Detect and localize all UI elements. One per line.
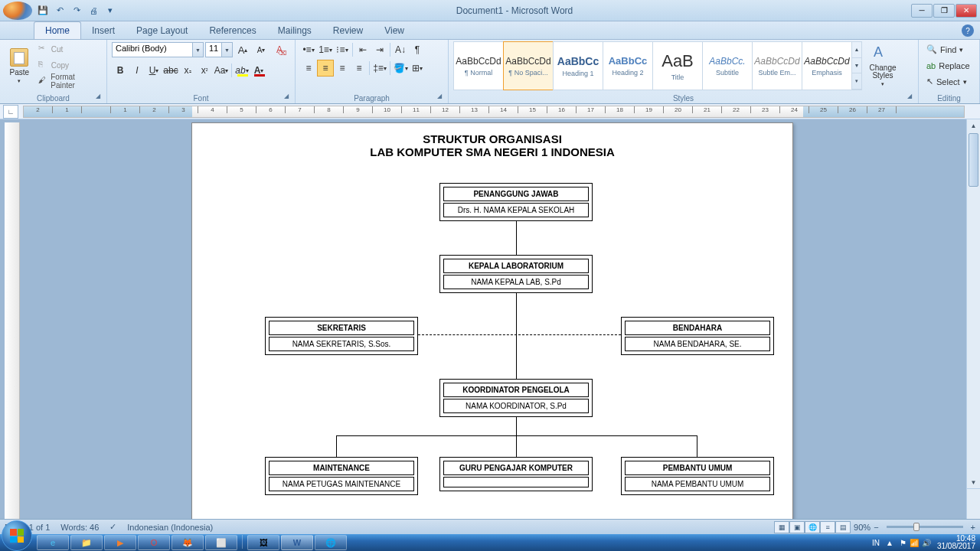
tab-review[interactable]: Review: [322, 22, 374, 39]
copy-button[interactable]: ⎘Copy: [36, 57, 102, 73]
font-launcher[interactable]: ◢: [284, 93, 293, 102]
horizontal-ruler[interactable]: 2112345678910111213141516171819202122232…: [23, 106, 965, 118]
maximize-button[interactable]: ❐: [933, 4, 955, 18]
line-spacing-button[interactable]: ‡≡▾: [371, 60, 388, 77]
taskbar-app1[interactable]: ⬜: [205, 535, 237, 550]
justify-button[interactable]: ≡: [351, 60, 368, 77]
underline-button[interactable]: U▾: [145, 62, 162, 79]
show-marks-button[interactable]: ¶: [409, 41, 426, 58]
help-button[interactable]: ?: [962, 24, 974, 37]
sort-button[interactable]: A↓: [392, 41, 409, 58]
clear-format-button[interactable]: A⌫: [271, 41, 288, 58]
taskbar-opera[interactable]: O: [138, 535, 170, 550]
tray-show-hidden[interactable]: ▲: [886, 539, 893, 547]
document-page[interactable]: STRUKTUR ORGANISASI LAB KOMPUTER SMA NEG…: [191, 122, 793, 551]
taskbar-media[interactable]: ▶: [104, 535, 136, 550]
taskbar-firefox[interactable]: 🦊: [172, 535, 204, 550]
align-left-button[interactable]: ≡: [300, 60, 317, 77]
change-styles-button[interactable]: A Change Styles ▾: [864, 41, 902, 90]
tray-clock[interactable]: 10:48 31/08/2017: [937, 535, 975, 550]
tab-view[interactable]: View: [374, 22, 415, 39]
org-node-guru[interactable]: GURU PENGAJAR KOMPUTER: [439, 457, 593, 491]
style-heading-1[interactable]: AaBbCcHeading 1: [553, 41, 603, 90]
office-button[interactable]: [3, 2, 32, 20]
org-node-sekretaris[interactable]: SEKRETARIS NAMA SEKRETARIS, S.Sos.: [265, 317, 418, 355]
tray-network-icon[interactable]: 📶: [910, 539, 919, 547]
zoom-level[interactable]: 90%: [854, 523, 871, 532]
view-print-layout[interactable]: ▦: [774, 521, 789, 533]
tab-home[interactable]: Home: [34, 21, 81, 39]
undo-button[interactable]: ↶: [52, 3, 67, 18]
subscript-button[interactable]: x₂: [179, 62, 196, 79]
org-node-bendahara[interactable]: BENDAHARA NAMA BENDAHARA, SE.: [621, 317, 774, 355]
style-subtitle[interactable]: AaBbCc.Subtitle: [702, 41, 753, 90]
view-web[interactable]: 🌐: [805, 521, 820, 533]
multilevel-button[interactable]: ⁝≡▾: [334, 41, 351, 58]
grow-font-button[interactable]: A▴: [234, 41, 251, 58]
taskbar-word[interactable]: W: [281, 535, 313, 550]
numbering-button[interactable]: 1≡▾: [317, 41, 334, 58]
status-words[interactable]: Words: 46: [60, 523, 99, 532]
strike-button[interactable]: abc: [162, 62, 179, 79]
org-node-pembantu[interactable]: PEMBANTU UMUM NAMA PEMBANTU UMUM: [621, 457, 774, 495]
org-node-koordinator[interactable]: KOORDINATOR PENGELOLA NAMA KOORDINATOR, …: [439, 379, 593, 417]
org-node-maintenance[interactable]: MAINTENANCE NAMA PETUGAS MAINTENANCE: [265, 457, 418, 495]
font-size-combo[interactable]: 11▼: [205, 42, 233, 57]
scroll-down-button[interactable]: ▼: [967, 476, 980, 488]
qat-customize[interactable]: ▾: [103, 3, 118, 18]
view-draft[interactable]: ▤: [835, 521, 851, 533]
superscript-button[interactable]: x²: [196, 62, 213, 79]
style-no-spacing[interactable]: AaBbCcDd¶ No Spaci...: [503, 41, 554, 90]
tray-lang[interactable]: IN: [872, 539, 880, 547]
scroll-up-button[interactable]: ▲: [967, 119, 980, 132]
clipboard-launcher[interactable]: ◢: [96, 93, 105, 102]
start-button[interactable]: [2, 520, 32, 551]
view-outline[interactable]: ≡: [820, 521, 835, 533]
tab-selector[interactable]: ∟: [3, 105, 18, 119]
taskbar-ie[interactable]: e: [37, 535, 69, 550]
browse-object-buttons[interactable]: [967, 488, 980, 519]
style-emphasis[interactable]: AaBbCcDdEmphasis: [802, 41, 852, 90]
taskbar-chrome[interactable]: 🌐: [315, 535, 347, 550]
font-family-combo[interactable]: Calibri (Body)▼: [112, 42, 204, 57]
styles-launcher[interactable]: ◢: [907, 93, 916, 102]
paragraph-launcher[interactable]: ◢: [437, 93, 446, 102]
tray-flag-icon[interactable]: ⚑: [900, 539, 906, 547]
italic-button[interactable]: I: [129, 62, 145, 79]
minimize-button[interactable]: ─: [911, 4, 933, 18]
bold-button[interactable]: B: [112, 62, 129, 79]
tab-page-layout[interactable]: Page Layout: [126, 22, 198, 39]
zoom-slider[interactable]: [887, 526, 963, 528]
style-heading-2[interactable]: AaBbCcHeading 2: [603, 41, 653, 90]
shading-button[interactable]: 🪣▾: [392, 60, 409, 77]
close-button[interactable]: ✕: [956, 4, 977, 18]
quick-print-button[interactable]: 🖨: [86, 3, 101, 18]
borders-button[interactable]: ⊞▾: [409, 60, 426, 77]
org-node-penanggung[interactable]: PENANGGUNG JAWAB Drs. H. NAMA KEPALA SEK…: [439, 183, 593, 221]
replace-button[interactable]: abReplace: [923, 57, 975, 73]
increase-indent-button[interactable]: ⇥: [371, 41, 388, 58]
vertical-ruler[interactable]: [5, 122, 20, 519]
style-title[interactable]: AaBTitle: [652, 41, 703, 90]
scroll-thumb[interactable]: [969, 133, 978, 187]
select-button[interactable]: ↖Select▾: [923, 73, 975, 90]
decrease-indent-button[interactable]: ⇤: [354, 41, 371, 58]
shrink-font-button[interactable]: A▾: [253, 41, 270, 58]
align-center-button[interactable]: ≡: [317, 60, 334, 77]
gallery-scroll[interactable]: ▲▼▾: [851, 41, 862, 90]
tab-insert[interactable]: Insert: [81, 22, 126, 39]
find-button[interactable]: 🔍Find▾: [923, 41, 975, 57]
view-full-screen[interactable]: ▣: [789, 521, 805, 533]
zoom-out-button[interactable]: −: [874, 523, 878, 532]
vertical-scrollbar[interactable]: ▲ ▼: [966, 119, 980, 519]
tab-references[interactable]: References: [198, 22, 266, 39]
paste-button[interactable]: Paste ▾: [5, 41, 34, 90]
style-normal[interactable]: AaBbCcDd¶ Normal: [453, 41, 504, 90]
redo-button[interactable]: ↷: [69, 3, 84, 18]
status-language[interactable]: Indonesian (Indonesia): [127, 523, 213, 532]
format-painter-button[interactable]: 🖌Format Painter: [36, 73, 102, 89]
org-node-kepala-lab[interactable]: KEPALA LABORATORIUM NAMA KEPALA LAB, S.P…: [439, 255, 593, 293]
cut-button[interactable]: ✂Cut: [36, 41, 102, 57]
align-right-button[interactable]: ≡: [334, 60, 351, 77]
font-color-button[interactable]: A▾: [250, 62, 267, 79]
